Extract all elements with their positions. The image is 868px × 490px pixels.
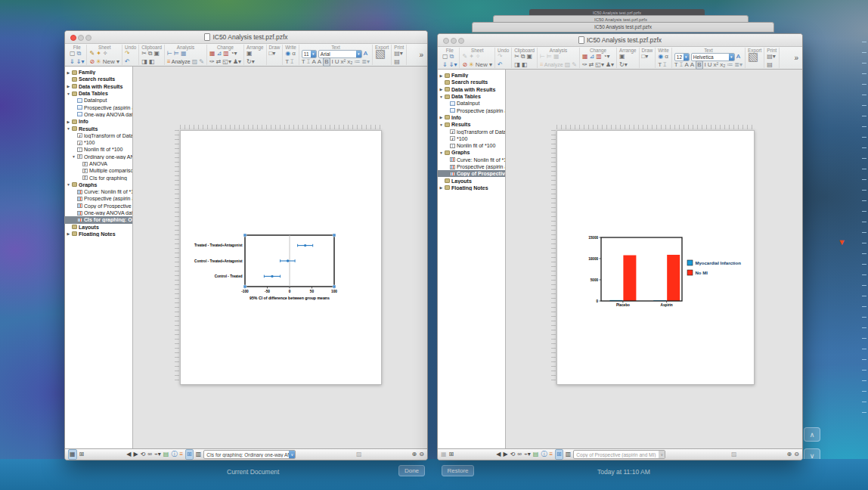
disclosure-right-icon[interactable]: ▶ [439,115,443,119]
highlight-sheet-icon[interactable]: ✦ [469,53,474,60]
tree-item-data-tables[interactable]: ▼Data Tables [65,90,132,97]
tree-item-100[interactable]: *100 [438,135,505,142]
data-grid-icon[interactable]: ▦ [582,53,588,60]
print-icon[interactable]: ▤▾ [394,50,403,57]
sheet-view-icon[interactable]: ⊞ [449,450,454,459]
toolbar-overflow-chevron[interactable]: » [417,51,425,59]
print-one-icon[interactable]: ▤ [394,58,400,66]
info-note-icon[interactable]: ◉ [285,50,290,57]
shrink-font-icon[interactable]: A [318,58,321,66]
superscript-icon[interactable]: x² [341,58,346,66]
swap-icon[interactable]: ⇄ [216,58,222,66]
paste-icon[interactable]: ▣ [527,53,533,60]
annotation-icon[interactable]: ▨ [356,450,362,459]
history-icon[interactable]: ⟲ [141,450,146,459]
format-axes-icon[interactable]: ◱▾ [595,61,604,69]
tree-item-one-way-anova-data[interactable]: One-way ANOVA data [65,209,132,216]
font-color-icon[interactable]: A [364,50,367,57]
print-icon[interactable]: ▤▾ [767,53,776,60]
anova-analysis-icon[interactable]: ⊨ [174,50,179,57]
disclosure-right-icon[interactable]: ▶ [67,119,70,124]
apply-analysis-icon[interactable]: ▨ [565,61,571,69]
find-icon[interactable]: ∞ [147,450,152,459]
tree-item-search-results[interactable]: Search results [65,76,132,82]
tree-item-family[interactable]: ▶Family [65,69,132,76]
analyze-button-icon[interactable]: ≡Analyze [167,58,191,65]
rotate-icon[interactable]: ↻▾ [619,61,628,69]
sheet-view-icon[interactable]: ⊞ [79,450,85,459]
tree-item-curve-nonlin-fit-of-100[interactable]: Curve: Nonlin fit of *100 [65,188,132,195]
tree-item-prospective-aspirin-and-mi[interactable]: Prospective (aspirin and MI) [65,195,132,202]
bold-icon[interactable]: B [323,57,330,67]
text-tool-icon[interactable]: T [658,61,662,69]
disclosure-down-icon[interactable]: ▼ [72,154,76,159]
graph-page[interactable]: -100-50050100Treated - Treated+Antagonis… [180,130,382,385]
tree-item-results[interactable]: ▼Results [65,125,132,132]
format-points-icon[interactable]: ♟▾ [606,61,614,69]
tree-item-copy-of-prospective-aspirin-and-mi[interactable]: Copy of Prospective (aspirin and MI) [438,170,505,177]
text-box-icon[interactable]: ⌶ [290,58,294,66]
minimize-button[interactable] [78,35,84,41]
rename-sheet-icon[interactable]: ✎ [89,50,95,57]
spacing-icon[interactable]: ≣▾ [734,61,742,69]
graph-type-icon[interactable]: ⊿ [590,53,595,60]
tree-item-100[interactable]: *100 [65,139,132,146]
disclosure-down-icon[interactable]: ▼ [67,182,70,187]
table-analysis-icon[interactable]: ▦ [553,53,560,60]
done-button[interactable]: Done [398,465,425,476]
tree-item-data-tables[interactable]: ▼Data Tables [438,93,505,100]
font-size-select[interactable]: 12▾ [674,53,690,61]
zoom-button[interactable] [458,38,464,44]
minimize-button[interactable] [451,38,457,44]
bar-chart[interactable]: PlaceboAspirin050001000015000Myocardial … [581,233,777,309]
graph-page[interactable]: PlaceboAspirin050001000015000Myocardial … [556,130,755,385]
graph-shortcut-icon[interactable]: ⊞ [185,449,194,460]
toolbar-overflow-chevron[interactable]: » [792,54,800,62]
zoom-in-icon[interactable]: ⊕ [412,450,417,459]
apply-analysis-icon[interactable]: ▨ [192,58,198,66]
color-scheme-icon[interactable]: ◔▾ [603,53,610,60]
tree-item-floating-notes[interactable]: ▶Floating Notes [438,185,505,191]
tree-item-family[interactable]: ▶Family [438,72,505,79]
print-one-icon[interactable]: ▤ [767,61,773,69]
info-icon[interactable]: ⓘ [541,450,547,459]
new-sheet-icon[interactable]: ✳ [96,58,101,66]
tree-item-layouts[interactable]: Layouts [65,224,132,231]
save-icon[interactable]: ⇓ [442,61,448,69]
tree-item-search-results[interactable]: Search results [438,79,505,85]
copy-icon[interactable]: ⧉ [521,53,525,60]
tree-item-prospective-aspirin-and-mi[interactable]: Prospective (aspirin and MI) [65,104,132,110]
tree-item-prospective-aspirin-and-mi[interactable]: Prospective (aspirin and MI) [438,163,505,170]
disclosure-right-icon[interactable]: ▶ [67,70,70,75]
rename-sheet-icon[interactable]: ✎ [462,53,467,60]
results-shortcut-icon[interactable]: ≡ [179,450,183,459]
new-document-icon[interactable]: ▢ [70,50,76,57]
tree-item-graphs[interactable]: ▼Graphs [438,149,505,156]
grow-font-icon[interactable]: A [312,58,316,66]
disclosure-right-icon[interactable]: ▶ [439,73,443,78]
tree-item-copy-of-prospective-aspirin-and-mi[interactable]: Copy of Prospective (aspirin and MI) [65,203,132,209]
text-box-icon[interactable]: ⌶ [663,61,667,69]
paste-link-icon[interactable]: ◧ [149,58,155,66]
align-objects-icon[interactable]: ▣ [619,53,625,60]
greek-alpha-icon[interactable]: α [665,53,668,60]
underline-icon[interactable]: U [335,58,339,66]
gallery-view-icon[interactable]: ▦ [441,450,447,459]
annotate-sheet-icon[interactable]: ✧ [103,50,108,57]
bar-change-icon[interactable]: ▥ [596,53,602,60]
tree-item-ordinary-one-way-anova[interactable]: ▼Ordinary one-way ANOVA [65,154,132,160]
tree-item-prospective-aspirin-and-mi[interactable]: Prospective (aspirin and MI) [438,107,505,113]
tree-item-floating-notes[interactable]: ▶Floating Notes [65,231,132,237]
disclosure-right-icon[interactable]: ▶ [439,185,443,190]
forward-button[interactable]: ▶ [133,450,138,459]
italic-icon[interactable]: I [705,61,706,69]
zoom-out-icon[interactable]: ⊖ [794,450,799,459]
magic-wand-icon[interactable]: ✑ [582,61,587,69]
import-icon[interactable]: ⇓▾ [76,58,85,66]
data-grid-icon[interactable]: ▦ [209,50,215,57]
new-menu-icon[interactable]: New ▾ [103,58,119,66]
forward-button[interactable]: ▶ [503,450,507,459]
bold-icon[interactable]: B [696,60,702,70]
disclosure-right-icon[interactable]: ▶ [67,231,70,236]
undo-icon[interactable]: ↶ [498,61,503,69]
